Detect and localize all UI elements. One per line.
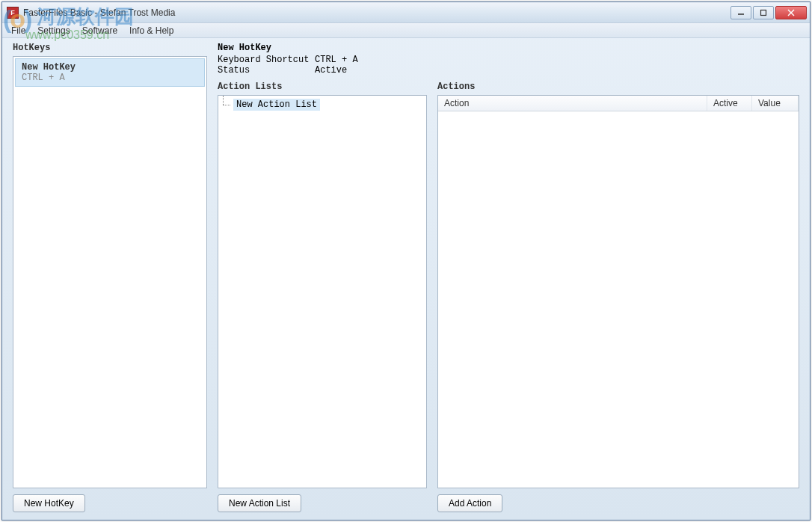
hotkey-details: New HotKey Keyboard Shortcut CTRL + A St… [218,43,427,76]
add-action-button[interactable]: Add Action [437,494,502,512]
detail-shortcut-value: CTRL + A [315,55,358,65]
actions-heading: Actions [437,82,799,92]
actionlists-heading: Action Lists [218,82,427,92]
minimize-icon [737,9,745,16]
hotkeys-heading: HotKeys [13,43,207,53]
svg-rect-1 [761,10,766,15]
hotkeys-list[interactable]: New HotKey CTRL + A [13,56,207,488]
detail-name: New HotKey [218,43,427,53]
new-actionlist-button[interactable]: New Action List [218,494,301,512]
actionlists-tree[interactable]: New Action List [218,95,427,488]
app-window: F FasterFiles Basic - Stefan Trost Media… [1,1,811,521]
detail-status-value: Active [315,65,347,76]
column-active[interactable]: Active [707,96,752,111]
actions-panel: Actions Action Active Value Add Action [437,43,799,512]
app-icon: F [7,7,19,19]
actionlists-panel: New HotKey Keyboard Shortcut CTRL + A St… [218,43,427,512]
menu-file[interactable]: File [5,24,31,37]
detail-shortcut-label: Keyboard Shortcut [218,55,315,65]
window-controls [731,6,807,19]
hotkey-item-name: New HotKey [22,62,198,73]
minimize-button[interactable] [731,6,751,19]
column-value[interactable]: Value [752,96,799,111]
window-title: FasterFiles Basic - Stefan Trost Media [23,7,731,18]
close-button[interactable] [775,6,807,19]
menubar: File Settings Software Info & Help [2,23,810,38]
menu-info-help[interactable]: Info & Help [123,24,179,37]
hotkey-item[interactable]: New HotKey CTRL + A [15,58,205,87]
actions-table[interactable]: Action Active Value [437,95,799,488]
detail-status-label: Status [218,65,315,76]
menu-settings[interactable]: Settings [31,24,76,37]
content-area: HotKeys New HotKey CTRL + A New HotKey N… [2,38,810,520]
hotkey-item-shortcut: CTRL + A [22,73,198,83]
actions-table-header: Action Active Value [438,96,799,111]
close-icon [787,9,795,16]
maximize-button[interactable] [753,6,774,19]
hotkeys-panel: HotKeys New HotKey CTRL + A New HotKey [13,43,207,512]
actionlist-item[interactable]: New Action List [233,99,320,111]
menu-software[interactable]: Software [76,24,123,37]
column-action[interactable]: Action [438,96,707,111]
titlebar[interactable]: F FasterFiles Basic - Stefan Trost Media [2,2,810,23]
new-hotkey-button[interactable]: New HotKey [13,494,85,512]
maximize-icon [760,9,767,16]
